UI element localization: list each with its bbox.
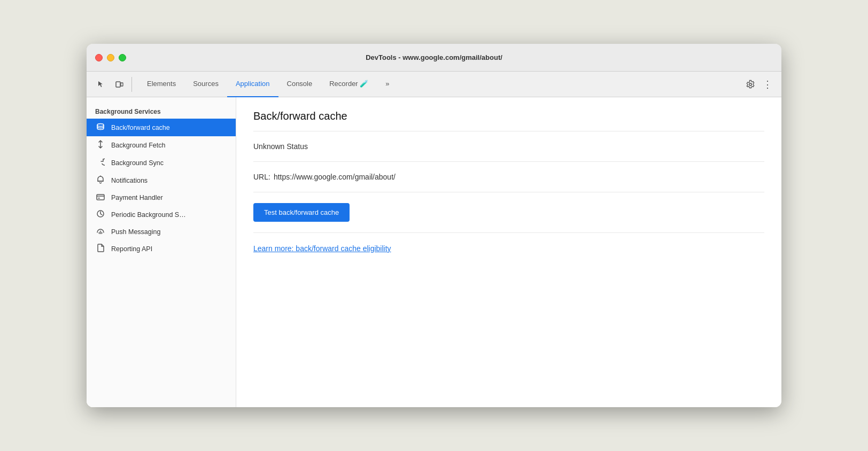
tab-recorder[interactable]: Recorder 🧪 (321, 72, 377, 97)
payment-handler-icon (95, 193, 106, 202)
tab-sources[interactable]: Sources (184, 72, 227, 97)
sidebar-item-label: Push Messaging (111, 228, 160, 236)
url-value: https://www.google.com/gmail/about/ (274, 173, 396, 181)
background-sync-icon (95, 158, 106, 168)
push-messaging-icon (95, 227, 106, 236)
cursor-icon-button[interactable] (93, 76, 109, 92)
sidebar-item-payment-handler[interactable]: Payment Handler (87, 189, 236, 206)
toolbar: Elements Sources Application Console Rec… (87, 72, 781, 97)
tab-application[interactable]: Application (227, 72, 278, 97)
close-button[interactable] (95, 54, 103, 61)
content-panel: Back/forward cache Unknown Status URL: h… (236, 97, 781, 407)
tab-console[interactable]: Console (278, 72, 321, 97)
toolbar-right: ⋮ (743, 77, 775, 92)
window-title: DevTools - www.google.com/gmail/about/ (366, 53, 502, 61)
svg-rect-5 (98, 198, 100, 199)
sidebar-item-label: Periodic Background S… (111, 211, 186, 219)
url-label: URL: (253, 173, 270, 181)
settings-icon-button[interactable] (743, 77, 758, 92)
back-forward-cache-icon (95, 122, 106, 133)
sidebar-item-periodic-background-sync[interactable]: Periodic Background S… (87, 206, 236, 223)
sidebar-item-back-forward-cache[interactable]: Back/forward cache (87, 119, 236, 136)
svg-point-2 (97, 124, 104, 127)
test-button-section: Test back/forward cache (253, 192, 764, 233)
status-section: Unknown Status (253, 131, 764, 162)
sidebar-item-notifications[interactable]: Notifications (87, 172, 236, 189)
tabs-container: Elements Sources Application Console Rec… (138, 72, 741, 97)
sidebar-item-label: Payment Handler (111, 194, 163, 201)
url-section: URL: https://www.google.com/gmail/about/ (253, 162, 764, 192)
status-text: Unknown Status (253, 142, 764, 151)
sidebar-item-push-messaging[interactable]: Push Messaging (87, 223, 236, 240)
periodic-background-sync-icon (95, 209, 106, 220)
learn-more-section: Learn more: back/forward cache eligibili… (253, 233, 764, 264)
tab-more[interactable]: » (377, 72, 398, 97)
more-options-icon-button[interactable]: ⋮ (760, 77, 775, 92)
minimize-button[interactable] (107, 54, 114, 61)
title-bar: DevTools - www.google.com/gmail/about/ (87, 44, 781, 72)
main-area: Background Services Back/forward cache (87, 97, 781, 407)
devtools-window: DevTools - www.google.com/gmail/about/ E… (87, 44, 781, 407)
sidebar-item-label: Background Fetch (111, 142, 165, 149)
sidebar: Background Services Back/forward cache (87, 97, 236, 407)
sidebar-item-label: Reporting API (111, 245, 152, 253)
sidebar-section-title: Background Services (87, 104, 236, 119)
svg-rect-1 (121, 83, 123, 86)
toolbar-divider (131, 77, 132, 92)
svg-rect-4 (97, 195, 104, 200)
notifications-icon (95, 175, 106, 185)
background-fetch-icon (95, 140, 106, 150)
svg-point-7 (98, 232, 103, 234)
content-title: Back/forward cache (253, 110, 764, 131)
test-back-forward-cache-button[interactable]: Test back/forward cache (253, 203, 350, 222)
svg-point-3 (100, 176, 101, 177)
url-row: URL: https://www.google.com/gmail/about/ (253, 173, 764, 181)
fullscreen-button[interactable] (119, 54, 126, 61)
traffic-lights (95, 54, 126, 61)
sidebar-item-label: Back/forward cache (111, 124, 170, 131)
learn-more-link[interactable]: Learn more: back/forward cache eligibili… (253, 244, 391, 253)
sidebar-item-label: Background Sync (111, 159, 164, 167)
sidebar-item-background-sync[interactable]: Background Sync (87, 154, 236, 172)
tab-elements[interactable]: Elements (138, 72, 184, 97)
sidebar-item-reporting-api[interactable]: Reporting API (87, 240, 236, 258)
sidebar-item-background-fetch[interactable]: Background Fetch (87, 136, 236, 154)
reporting-api-icon (95, 244, 106, 254)
device-toggle-button[interactable] (111, 76, 127, 92)
svg-rect-0 (116, 82, 120, 87)
sidebar-item-label: Notifications (111, 177, 148, 184)
